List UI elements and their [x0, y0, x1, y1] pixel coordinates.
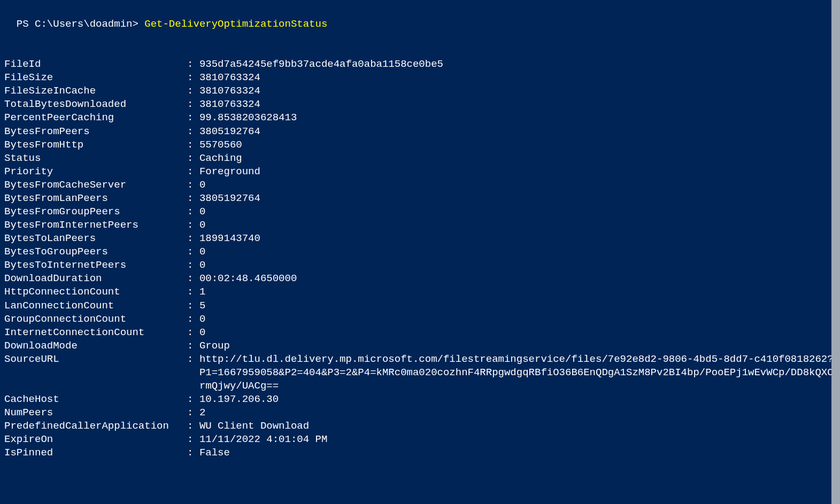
property-separator: : — [181, 272, 199, 285]
property-row: BytesFromGroupPeers : 0 — [4, 205, 836, 219]
command-output: FileId : 935d7a54245ef9bb37acde4afa0aba1… — [4, 58, 836, 460]
property-separator: : — [181, 313, 199, 326]
property-key: FileSizeInCache — [4, 84, 181, 98]
property-key: FileSize — [4, 71, 181, 84]
property-key: HttpConnectionCount — [4, 285, 181, 299]
property-key: ExpireOn — [4, 433, 181, 446]
scrollbar-track[interactable] — [831, 0, 840, 504]
property-row: IsPinned : False — [4, 446, 836, 460]
property-row: FileSizeInCache : 3810763324 — [4, 84, 836, 98]
property-row: LanConnectionCount : 5 — [4, 299, 836, 313]
property-key: PredefinedCallerApplication — [4, 420, 181, 433]
property-row: DownloadDuration : 00:02:48.4650000 — [4, 272, 836, 285]
property-value: 2 — [199, 406, 836, 420]
property-key: BytesFromPeers — [4, 125, 181, 138]
property-key: LanConnectionCount — [4, 299, 181, 313]
property-row: FileSize : 3810763324 — [4, 71, 836, 84]
property-value: 11/11/2022 4:01:04 PM — [199, 433, 836, 446]
property-row: BytesFromCacheServer : 0 — [4, 179, 836, 192]
property-value: 5 — [199, 299, 836, 313]
property-separator: : — [181, 71, 199, 84]
property-separator: : — [181, 339, 199, 353]
scrollbar-thumb[interactable] — [831, 0, 840, 504]
property-separator: : — [181, 446, 199, 460]
property-row: NumPeers : 2 — [4, 406, 836, 420]
property-separator: : — [181, 84, 199, 98]
property-row: BytesFromInternetPeers : 0 — [4, 219, 836, 232]
property-value: 0 — [199, 205, 836, 219]
property-row: BytesToInternetPeers : 0 — [4, 259, 836, 272]
property-separator: : — [181, 420, 199, 433]
property-separator: : — [181, 138, 199, 152]
property-separator: : — [181, 165, 199, 179]
property-separator: : — [181, 219, 199, 232]
property-separator: : — [181, 285, 199, 299]
property-key: BytesToInternetPeers — [4, 259, 181, 272]
property-key: Priority — [4, 165, 181, 179]
property-separator: : — [181, 125, 199, 138]
property-row: PercentPeerCaching : 99.8538203628413 — [4, 111, 836, 125]
property-separator: : — [181, 205, 199, 219]
property-key: BytesFromInternetPeers — [4, 219, 181, 232]
property-separator: : — [181, 192, 199, 205]
property-row: BytesFromPeers : 3805192764 — [4, 125, 836, 138]
property-value: 5570560 — [199, 138, 836, 152]
property-key: CacheHost — [4, 393, 181, 406]
property-separator: : — [181, 98, 199, 111]
property-separator: : — [181, 232, 199, 245]
property-key: NumPeers — [4, 406, 181, 420]
property-key: SourceURL — [4, 353, 181, 366]
property-row: ExpireOn : 11/11/2022 4:01:04 PM — [4, 433, 836, 446]
property-separator: : — [181, 406, 199, 420]
property-value: http://tlu.dl.delivery.mp.microsoft.com/… — [199, 353, 836, 393]
property-row: CacheHost : 10.197.206.30 — [4, 393, 836, 406]
property-key: BytesFromCacheServer — [4, 179, 181, 192]
property-key: BytesFromLanPeers — [4, 192, 181, 205]
property-row: BytesToGroupPeers : 0 — [4, 245, 836, 259]
property-separator: : — [181, 179, 199, 192]
property-row: PredefinedCallerApplication : WU Client … — [4, 420, 836, 433]
property-key: DownloadMode — [4, 339, 181, 353]
property-key: IsPinned — [4, 446, 181, 460]
prompt-prefix: PS C:\Users\doadmin> — [17, 18, 144, 30]
property-row: InternetConnectionCount : 0 — [4, 326, 836, 339]
property-value: 0 — [199, 219, 836, 232]
property-separator: : — [181, 152, 199, 165]
property-separator: : — [181, 299, 199, 313]
property-value: Group — [199, 339, 836, 353]
property-value: 3810763324 — [199, 98, 836, 111]
property-key: DownloadDuration — [4, 272, 181, 285]
prompt-line: PS C:\Users\doadmin> Get-DeliveryOptimiz… — [4, 4, 836, 31]
property-key: BytesFromHttp — [4, 138, 181, 152]
property-row: FileId : 935d7a54245ef9bb37acde4afa0aba1… — [4, 58, 836, 71]
property-separator: : — [181, 393, 199, 406]
property-separator: : — [181, 259, 199, 272]
property-row: BytesFromLanPeers : 3805192764 — [4, 192, 836, 205]
property-key: GroupConnectionCount — [4, 313, 181, 326]
prompt-command: Get-DeliveryOptimizationStatus — [144, 18, 327, 30]
property-value: 00:02:48.4650000 — [199, 272, 836, 285]
property-row: TotalBytesDownloaded : 3810763324 — [4, 98, 836, 111]
property-row: GroupConnectionCount : 0 — [4, 313, 836, 326]
property-value: 0 — [199, 179, 836, 192]
property-value: 0 — [199, 259, 836, 272]
property-separator: : — [181, 353, 199, 366]
property-value: WU Client Download — [199, 420, 836, 433]
property-row: BytesFromHttp : 5570560 — [4, 138, 836, 152]
property-separator: : — [181, 245, 199, 259]
property-value: 3810763324 — [199, 84, 836, 98]
property-value: Caching — [199, 152, 836, 165]
property-value: 10.197.206.30 — [199, 393, 836, 406]
property-value: 3805192764 — [199, 192, 836, 205]
property-key: PercentPeerCaching — [4, 111, 181, 125]
property-key: TotalBytesDownloaded — [4, 98, 181, 111]
property-value: 1899143740 — [199, 232, 836, 245]
property-value: Foreground — [199, 165, 836, 179]
property-value: 3810763324 — [199, 71, 836, 84]
property-row: HttpConnectionCount : 1 — [4, 285, 836, 299]
property-key: BytesToGroupPeers — [4, 245, 181, 259]
property-row: Status : Caching — [4, 152, 836, 165]
property-key: BytesFromGroupPeers — [4, 205, 181, 219]
property-row: Priority : Foreground — [4, 165, 836, 179]
property-key: FileId — [4, 58, 181, 71]
